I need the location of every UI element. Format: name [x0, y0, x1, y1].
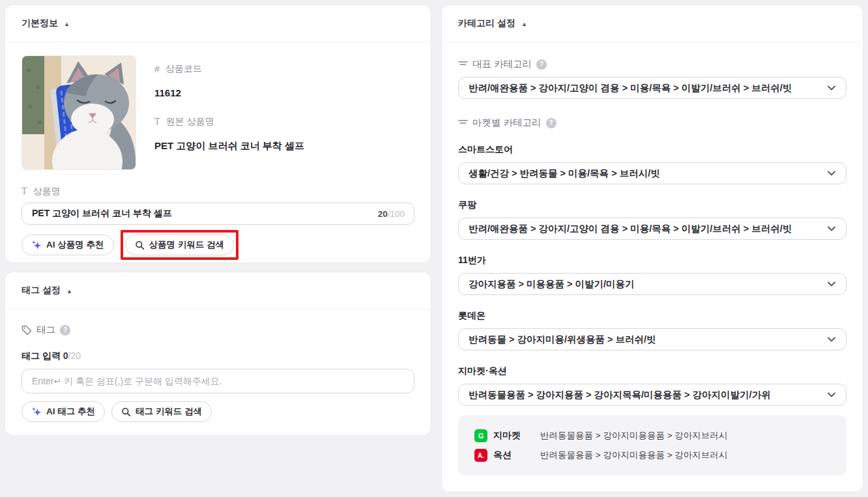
auction-name: 옥션: [493, 449, 540, 461]
name-char-counter: 20/100: [378, 209, 405, 219]
market-name-gmarket-auction: 지마켓·옥션: [458, 365, 846, 377]
category-settings-title: 카테고리 설정: [458, 18, 515, 29]
tag-icon: [22, 325, 32, 335]
chevron-down-icon: [828, 281, 835, 287]
auction-category-path: 반려동물용품 > 강아지미용용품 > 강아지브러시: [540, 449, 727, 461]
chevron-down-icon: [828, 392, 835, 397]
cat-brush-product-image: [22, 56, 136, 170]
chevron-down-icon: [828, 226, 835, 231]
main-category-label: 대표 카테고리: [472, 58, 532, 70]
linked-row-auction: A. 옥션 반려동물용품 > 강아지미용용품 > 강아지브러시: [474, 446, 830, 465]
chevron-down-icon: [828, 171, 835, 176]
collapse-icon: ▲: [521, 20, 527, 27]
help-icon[interactable]: ?: [546, 118, 557, 128]
product-code-value: 11612: [154, 87, 304, 98]
text-icon: T: [154, 117, 160, 127]
category-settings-card: 카테고리 설정 ▲ 대표 카테고리 ? 반려/애완용품 > 강아지/고양이 겸용…: [442, 5, 863, 492]
smartstore-category-select[interactable]: 생활/건강 > 반려동물 > 미용/목욕 > 브러시/빗: [458, 162, 846, 184]
filter-icon: [458, 61, 468, 68]
help-icon[interactable]: ?: [536, 59, 547, 70]
market-name-coupang: 쿠팡: [458, 199, 846, 211]
product-code-label: 상품코드: [166, 63, 202, 75]
linked-categories-box: G 지마켓 반려동물용품 > 강아지미용용품 > 강아지브러시 A. 옥션 반려…: [458, 416, 846, 476]
search-icon: [121, 407, 131, 417]
gmarket-category-path: 반려동물용품 > 강아지미용용품 > 강아지브러시: [540, 430, 727, 442]
tag-input-label: 태그 입력: [22, 350, 61, 361]
11st-category-select[interactable]: 강아지용품 > 미용용품 > 이발기/미용기: [458, 273, 846, 295]
annotation-red-box: 상품명 키워드 검색: [121, 230, 239, 260]
tag-input-label-row: 태그 입력 0/20: [22, 350, 414, 362]
ai-sparkle-icon: [31, 240, 42, 250]
tag-settings-title: 태그 설정: [22, 285, 61, 296]
original-name-label-row: T 원본 상품명: [154, 116, 304, 128]
ai-sparkle-icon: [31, 406, 42, 417]
gmarket-auction-category-select[interactable]: 반려동물용품 > 강아지용품 > 강아지목욕/미용용품 > 강아지이발기/가위: [458, 384, 846, 406]
chevron-down-icon: [828, 85, 835, 91]
tag-label: 태그: [36, 324, 55, 336]
lotteon-category-select[interactable]: 반려동물 > 강아지미용/위생용품 > 브러쉬/빗: [458, 328, 846, 350]
product-name-input[interactable]: [22, 203, 414, 225]
tag-keyword-search-button[interactable]: 태그 키워드 검색: [111, 401, 212, 422]
gmarket-name: 지마켓: [493, 430, 540, 442]
auction-badge-icon: A.: [474, 449, 487, 462]
basic-info-header[interactable]: 기본정보 ▲: [5, 5, 431, 42]
ai-name-suggest-button[interactable]: AI 상품명 추천: [22, 234, 114, 255]
market-name-11st: 11번가: [458, 255, 846, 266]
basic-info-card: 기본정보 ▲: [5, 5, 431, 263]
search-icon: [135, 240, 145, 250]
collapse-icon: ▲: [66, 287, 72, 294]
market-name-lotteon: 롯데온: [458, 310, 846, 322]
original-name-label: 원본 상품명: [166, 116, 214, 128]
linked-row-gmarket: G 지마켓 반려동물용품 > 강아지미용용품 > 강아지브러시: [474, 426, 830, 446]
ai-tag-suggest-button[interactable]: AI 태그 추천: [22, 401, 105, 422]
main-category-select[interactable]: 반려/애완용품 > 강아지/고양이 겸용 > 미용/목욕 > 이발기/브러쉬 >…: [458, 77, 846, 99]
coupang-category-select[interactable]: 반려/애완용품 > 강아지/고양이 겸용 > 미용/목욕 > 이발기/브러쉬 >…: [458, 218, 846, 240]
market-name-smartstore: 스마트스토어: [458, 144, 846, 156]
product-name-label: 상품명: [33, 186, 61, 197]
product-code-label-row: # 상품코드: [154, 63, 304, 75]
filter-icon: [458, 119, 468, 127]
tag-input[interactable]: [22, 369, 414, 393]
original-name-value: PET 고양이 브러쉬 코너 부착 셀프: [154, 140, 304, 152]
name-keyword-search-button[interactable]: 상품명 키워드 검색: [125, 234, 235, 255]
gmarket-badge-icon: G: [474, 429, 487, 442]
chevron-down-icon: [828, 337, 835, 342]
market-category-label-row: 마켓별 카테고리 ?: [458, 117, 846, 129]
tag-settings-header[interactable]: 태그 설정 ▲: [5, 272, 431, 309]
collapse-icon: ▲: [64, 20, 70, 27]
hash-icon: #: [154, 64, 160, 74]
help-icon[interactable]: ?: [60, 325, 70, 335]
market-category-label: 마켓별 카테고리: [472, 117, 542, 129]
product-image: [22, 55, 136, 170]
basic-info-title: 기본정보: [22, 18, 58, 29]
tag-settings-card: 태그 설정 ▲ 태그 ? 태그 입력 0/20 AI 태그 추천: [5, 272, 431, 435]
category-settings-header[interactable]: 카테고리 설정 ▲: [442, 5, 863, 42]
main-category-label-row: 대표 카테고리 ?: [458, 58, 846, 70]
name-label-row: T 상품명: [22, 186, 414, 197]
tag-label-row: 태그 ?: [22, 324, 414, 336]
text-icon: T: [22, 186, 27, 197]
